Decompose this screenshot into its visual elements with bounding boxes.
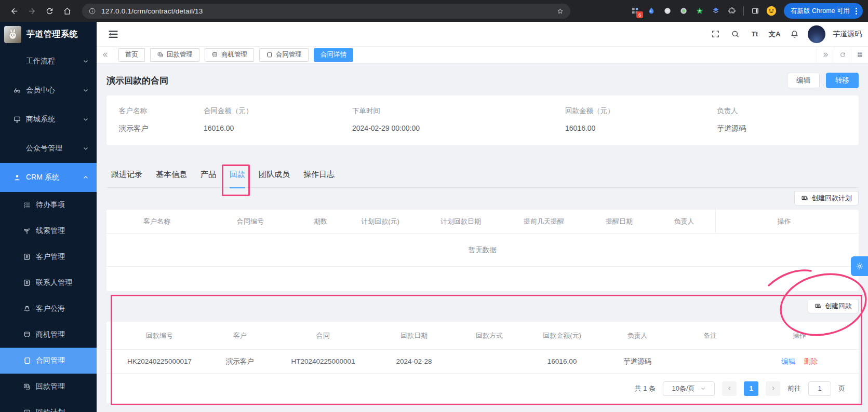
- refresh-page-icon[interactable]: [834, 47, 851, 63]
- profile-avatar-icon[interactable]: [766, 5, 777, 17]
- row-delete-link[interactable]: 删除: [804, 357, 818, 366]
- gear-icon: [856, 262, 864, 270]
- contract-summary-card: 客户名称 演示客户 合同金额（元） 16016.00 下单时间 2024-02-…: [106, 95, 859, 145]
- chrome-update-button[interactable]: 有新版 Chrome 可用: [784, 3, 863, 19]
- bookmark-star-icon[interactable]: [556, 7, 564, 15]
- browser-menu-icon[interactable]: [853, 8, 860, 15]
- tab-home[interactable]: 首页: [118, 48, 145, 62]
- sidebar-item-business[interactable]: 商机管理: [0, 322, 97, 348]
- contact-book-icon: [23, 253, 31, 261]
- tab-operation-log[interactable]: 操作日志: [303, 161, 335, 188]
- extension-grid-icon[interactable]: 6: [630, 5, 641, 17]
- tab-basic-info[interactable]: 基本信息: [156, 161, 187, 188]
- browser-back-button[interactable]: [7, 4, 21, 18]
- plan-icon: [23, 408, 31, 412]
- bell-icon[interactable]: [786, 26, 803, 43]
- side-panel-icon[interactable]: [750, 5, 761, 17]
- summary-contract-amount: 合同金额（元） 16016.00: [204, 106, 352, 133]
- sidebar: 芋道管理系统 工作流程 会员中心 商城系统 公众号管理: [0, 22, 97, 412]
- extensions-puzzle-icon[interactable]: [726, 5, 738, 17]
- extension-drop-icon[interactable]: [646, 5, 657, 17]
- main-content: 演示回款的合同 编辑 转移 客户名称 演示客户 合同金额（元） 16016.00…: [97, 63, 868, 412]
- extension-layers-icon[interactable]: [710, 5, 722, 17]
- create-receivable-button[interactable]: 创建回款: [808, 299, 859, 313]
- page-tabs-bar: 首页 回款管理 商机管理 合同管理 合同详情: [97, 47, 868, 63]
- page-title: 演示回款的合同: [106, 75, 168, 87]
- sidebar-item-public-sea[interactable]: 客户公海: [0, 296, 97, 322]
- tab-receivables[interactable]: 回款: [230, 161, 245, 188]
- extension-green-dot-icon[interactable]: [678, 5, 689, 17]
- extension-star-icon[interactable]: [694, 5, 705, 17]
- sidebar-item-workflow[interactable]: 工作流程: [0, 47, 97, 76]
- todo-list-icon: [23, 201, 31, 209]
- theme-settings-button[interactable]: [851, 256, 868, 276]
- browser-home-button[interactable]: [60, 4, 74, 18]
- header-actions: Tt 文A 芋道源码: [707, 25, 862, 43]
- create-receivable-plan-button[interactable]: 创建回款计划: [794, 191, 859, 205]
- row-edit-link[interactable]: 编辑: [781, 357, 795, 366]
- sidebar-item-mall-system[interactable]: 商城系统: [0, 105, 97, 134]
- tab-business-management[interactable]: 商机管理: [205, 48, 254, 62]
- next-page-button[interactable]: [766, 381, 780, 396]
- tab-team-members[interactable]: 团队成员: [259, 161, 290, 188]
- sidebar-item-crm-system[interactable]: CRM 系统: [0, 163, 97, 192]
- row-actions: 编辑 删除: [746, 357, 852, 366]
- site-info-icon[interactable]: [88, 7, 96, 15]
- tabs-scroll-right-icon[interactable]: [817, 47, 834, 63]
- member-icon: [13, 86, 21, 94]
- user-avatar[interactable]: [808, 25, 825, 43]
- sidebar-item-contacts[interactable]: 联系人管理: [0, 270, 97, 296]
- search-icon[interactable]: [727, 26, 743, 43]
- goto-page-input[interactable]: [808, 381, 831, 396]
- tabs-scroll-left-icon[interactable]: [97, 47, 114, 63]
- pagination: 共 1 条 10条/页 1 前往 页: [106, 374, 859, 403]
- tab-receivable-management[interactable]: 回款管理: [150, 48, 199, 62]
- locale-icon[interactable]: 文A: [766, 26, 783, 43]
- current-page[interactable]: 1: [744, 381, 758, 396]
- summary-received-amount: 回款金额（元） 16016.00: [565, 106, 717, 133]
- browser-reload-button[interactable]: [43, 4, 56, 18]
- notebook-icon: [23, 356, 31, 365]
- font-size-icon[interactable]: Tt: [746, 26, 763, 43]
- sidebar-item-member-center[interactable]: 会员中心: [0, 76, 97, 105]
- sidebar-item-customers[interactable]: 客户管理: [0, 244, 97, 270]
- sidebar-item-receivable-plan[interactable]: 回款计划: [0, 400, 97, 412]
- tab-contract-management[interactable]: 合同管理: [259, 48, 309, 62]
- detail-tabs: 跟进记录 基本信息 产品 回款 团队成员 操作日志: [106, 161, 859, 188]
- edit-button[interactable]: 编辑: [787, 73, 820, 88]
- sidebar-item-leads[interactable]: 线索管理: [0, 218, 97, 244]
- open-page-tabs: 首页 回款管理 商机管理 合同管理 合同详情: [114, 48, 353, 62]
- sidebar-item-receivables[interactable]: 回款管理: [0, 374, 97, 400]
- sidebar-item-todo[interactable]: 待办事项: [0, 192, 97, 218]
- cell-contract: HT20240225000001: [274, 358, 372, 365]
- tab-products[interactable]: 产品: [201, 161, 216, 188]
- summary-order-time: 下单时间 2024-02-29 00:00:00: [352, 106, 565, 133]
- tab-contract-detail[interactable]: 合同详情: [314, 48, 353, 62]
- sidebar-item-wechat-mp[interactable]: 公众号管理: [0, 134, 97, 163]
- chevron-down-icon: [700, 386, 706, 391]
- create-payment-icon: [814, 303, 822, 310]
- plan-table-header: 客户名称 合同编号 期数 计划回款(元) 计划回款日期 提前几天提醒 提醒日期 …: [106, 210, 859, 234]
- tabs-more-icon[interactable]: [851, 47, 868, 63]
- cell-customer: 演示客户: [206, 357, 274, 366]
- sea-waves-icon: [23, 305, 31, 313]
- chevron-down-icon: [83, 145, 89, 152]
- extension-sphere-icon[interactable]: [662, 5, 673, 17]
- transfer-button[interactable]: 转移: [826, 73, 859, 88]
- create-payment-icon: [801, 195, 808, 202]
- payment-icon: [157, 51, 164, 58]
- cell-date: 2024-02-28: [372, 358, 456, 365]
- address-bar[interactable]: 127.0.0.1/crm/contract/detail/13: [82, 4, 570, 19]
- fullscreen-icon[interactable]: [707, 26, 724, 43]
- page-size-select[interactable]: 10条/页: [663, 381, 715, 396]
- cell-receivable-no: HK20240225000017: [113, 358, 206, 365]
- tab-follow-records[interactable]: 跟进记录: [111, 161, 142, 188]
- collapse-menu-icon[interactable]: [106, 28, 120, 41]
- browser-forward-button[interactable]: [25, 4, 38, 18]
- chevron-down-icon: [83, 87, 89, 93]
- sidebar-item-contracts[interactable]: 合同管理: [0, 348, 97, 374]
- app-logo[interactable]: 芋道管理系统: [0, 22, 97, 47]
- url-text[interactable]: 127.0.0.1/crm/contract/detail/13: [101, 7, 551, 15]
- username[interactable]: 芋道源码: [833, 30, 862, 39]
- prev-page-button[interactable]: [722, 381, 737, 396]
